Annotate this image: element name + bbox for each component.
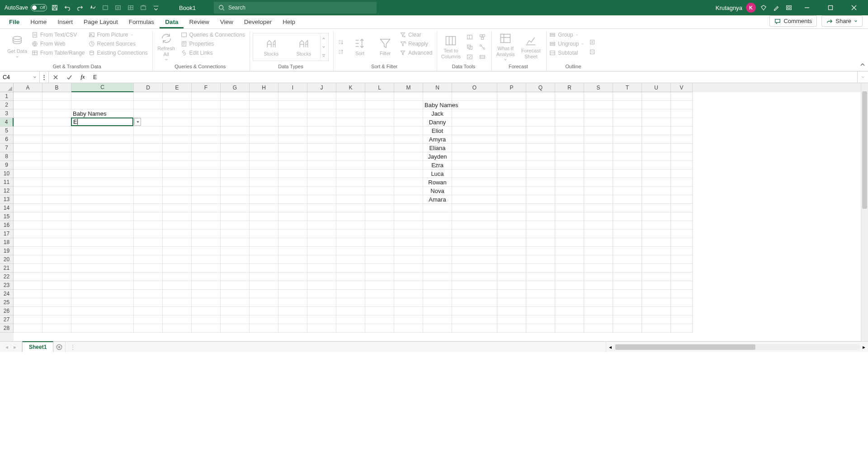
- cell-D11[interactable]: [134, 178, 163, 187]
- existing-connections-button[interactable]: Existing Connections: [89, 49, 148, 56]
- cell-P15[interactable]: [497, 212, 526, 221]
- cell-H1[interactable]: [250, 92, 278, 101]
- cell-F2[interactable]: [192, 101, 221, 109]
- cell-S1[interactable]: [584, 92, 613, 101]
- cell-Q5[interactable]: [526, 127, 555, 135]
- active-cell[interactable]: E: [71, 118, 133, 126]
- cell-I19[interactable]: [278, 247, 307, 255]
- cell-U19[interactable]: [642, 247, 671, 255]
- cell-L9[interactable]: [365, 161, 394, 169]
- cell-Q8[interactable]: [526, 152, 555, 161]
- cell-E10[interactable]: [163, 169, 192, 178]
- cell-L17[interactable]: [365, 230, 394, 238]
- cell-D17[interactable]: [134, 230, 163, 238]
- from-table-button[interactable]: From Table/Range: [32, 49, 85, 56]
- cell-R19[interactable]: [555, 247, 584, 255]
- cell-R27[interactable]: [555, 315, 584, 324]
- row-header-28[interactable]: 28: [0, 324, 14, 333]
- row-header-6[interactable]: 6: [0, 135, 14, 144]
- cell-I16[interactable]: [278, 221, 307, 230]
- cell-E6[interactable]: [163, 135, 192, 144]
- close-button[interactable]: [844, 0, 864, 15]
- cell-F17[interactable]: [192, 230, 221, 238]
- cell-G24[interactable]: [221, 290, 250, 298]
- cell-U7[interactable]: [642, 144, 671, 152]
- cell-L4[interactable]: [365, 118, 394, 127]
- row-header-13[interactable]: 13: [0, 195, 14, 204]
- cell-S18[interactable]: [584, 238, 613, 247]
- cell-N24[interactable]: [423, 290, 452, 298]
- cell-L21[interactable]: [365, 264, 394, 273]
- cell-M9[interactable]: [394, 161, 423, 169]
- cell-E15[interactable]: [163, 212, 192, 221]
- cell-P21[interactable]: [497, 264, 526, 273]
- cell-S4[interactable]: [584, 118, 613, 127]
- cell-C27[interactable]: [71, 315, 134, 324]
- queries-connections-button[interactable]: Queries & Connections: [181, 31, 245, 38]
- cell-I23[interactable]: [278, 281, 307, 290]
- cell-A23[interactable]: [14, 281, 42, 290]
- cell-V19[interactable]: [671, 247, 693, 255]
- cell-M27[interactable]: [394, 315, 423, 324]
- cell-K10[interactable]: [336, 169, 365, 178]
- cell-A21[interactable]: [14, 264, 42, 273]
- column-header-U[interactable]: U: [642, 83, 671, 92]
- sort-button[interactable]: Sort: [349, 31, 371, 63]
- cell-T23[interactable]: [613, 281, 642, 290]
- cell-I26[interactable]: [278, 307, 307, 315]
- cell-P22[interactable]: [497, 273, 526, 281]
- cell-R20[interactable]: [555, 255, 584, 264]
- cell-F23[interactable]: [192, 281, 221, 290]
- cell-J10[interactable]: [307, 169, 336, 178]
- cell-H12[interactable]: [250, 187, 278, 195]
- cell-G26[interactable]: [221, 307, 250, 315]
- cell-B9[interactable]: [42, 161, 71, 169]
- cell-P23[interactable]: [497, 281, 526, 290]
- cell-A26[interactable]: [14, 307, 42, 315]
- cell-C17[interactable]: [71, 230, 134, 238]
- clear-filter-button[interactable]: Clear: [400, 31, 432, 38]
- cell-E12[interactable]: [163, 187, 192, 195]
- cell-V11[interactable]: [671, 178, 693, 187]
- cell-Q19[interactable]: [526, 247, 555, 255]
- cell-D9[interactable]: [134, 161, 163, 169]
- cell-R22[interactable]: [555, 273, 584, 281]
- cell-G6[interactable]: [221, 135, 250, 144]
- ribbon-tab-view[interactable]: View: [215, 16, 239, 28]
- cell-T8[interactable]: [613, 152, 642, 161]
- cell-S19[interactable]: [584, 247, 613, 255]
- cell-O27[interactable]: [452, 315, 497, 324]
- cell-I20[interactable]: [278, 255, 307, 264]
- cell-L7[interactable]: [365, 144, 394, 152]
- cell-A11[interactable]: [14, 178, 42, 187]
- cell-H27[interactable]: [250, 315, 278, 324]
- ribbon-tab-insert[interactable]: Insert: [52, 16, 78, 28]
- cell-G4[interactable]: [221, 118, 250, 127]
- cell-H24[interactable]: [250, 290, 278, 298]
- cell-H17[interactable]: [250, 230, 278, 238]
- cell-O9[interactable]: [452, 161, 497, 169]
- cell-N25[interactable]: [423, 298, 452, 307]
- sheet-tab[interactable]: Sheet1: [22, 341, 53, 352]
- cell-U17[interactable]: [642, 230, 671, 238]
- cell-O14[interactable]: [452, 204, 497, 212]
- cell-N18[interactable]: [423, 238, 452, 247]
- cell-I4[interactable]: [278, 118, 307, 127]
- cell-S17[interactable]: [584, 230, 613, 238]
- cell-O1[interactable]: [452, 92, 497, 101]
- cell-T26[interactable]: [613, 307, 642, 315]
- cell-O16[interactable]: [452, 221, 497, 230]
- cell-T2[interactable]: [613, 101, 642, 109]
- cell-V18[interactable]: [671, 238, 693, 247]
- flash-fill-icon[interactable]: [465, 33, 474, 41]
- cell-Q14[interactable]: [526, 204, 555, 212]
- cell-E11[interactable]: [163, 178, 192, 187]
- cell-S26[interactable]: [584, 307, 613, 315]
- hscroll-right-icon[interactable]: ▸: [860, 344, 868, 350]
- cell-S24[interactable]: [584, 290, 613, 298]
- cell-M4[interactable]: [394, 118, 423, 127]
- cell-A13[interactable]: [14, 195, 42, 204]
- cell-E18[interactable]: [163, 238, 192, 247]
- sheet-nav-next-icon[interactable]: ▸: [11, 344, 19, 350]
- ribbon-tab-page-layout[interactable]: Page Layout: [78, 16, 123, 28]
